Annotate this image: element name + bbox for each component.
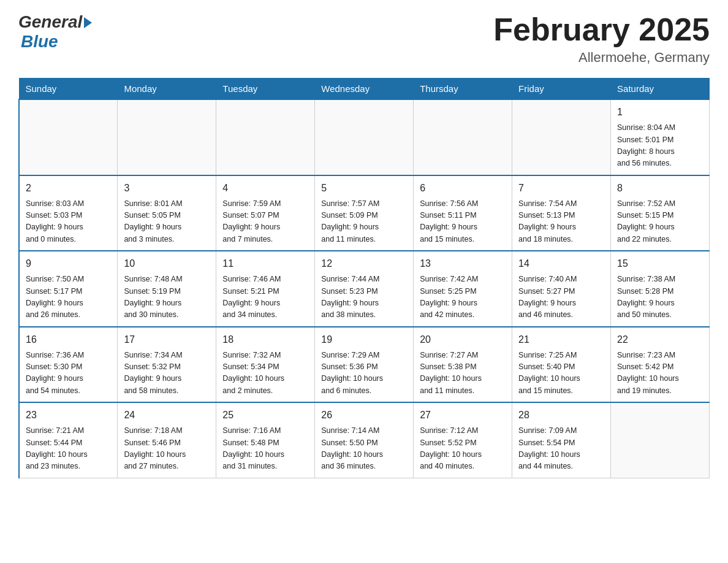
day-info: Sunrise: 7:23 AM Sunset: 5:42 PM Dayligh… [617, 350, 703, 397]
day-info: Sunrise: 7:38 AM Sunset: 5:28 PM Dayligh… [617, 274, 703, 321]
calendar-cell: 22Sunrise: 7:23 AM Sunset: 5:42 PM Dayli… [611, 327, 710, 403]
day-number: 11 [222, 256, 308, 271]
day-number: 25 [222, 408, 308, 423]
calendar-cell [216, 99, 315, 175]
calendar-cell: 6Sunrise: 7:56 AM Sunset: 5:11 PM Daylig… [414, 175, 512, 251]
calendar-body: 1Sunrise: 8:04 AM Sunset: 5:01 PM Daylig… [19, 99, 710, 478]
calendar-cell: 28Sunrise: 7:09 AM Sunset: 5:54 PM Dayli… [512, 402, 611, 478]
calendar-header: Sunday Monday Tuesday Wednesday Thursday… [19, 79, 710, 100]
day-number: 4 [222, 181, 308, 196]
day-info: Sunrise: 7:27 AM Sunset: 5:38 PM Dayligh… [420, 350, 506, 397]
day-info: Sunrise: 7:14 AM Sunset: 5:50 PM Dayligh… [321, 425, 407, 473]
day-info: Sunrise: 7:32 AM Sunset: 5:34 PM Dayligh… [222, 350, 308, 397]
day-number: 9 [26, 256, 111, 271]
calendar-week-1: 1Sunrise: 8:04 AM Sunset: 5:01 PM Daylig… [19, 99, 710, 175]
day-number: 24 [124, 408, 210, 423]
day-number: 7 [518, 181, 604, 196]
logo-arrow-icon [84, 17, 92, 28]
day-number: 5 [321, 181, 407, 196]
calendar-week-4: 16Sunrise: 7:36 AM Sunset: 5:30 PM Dayli… [19, 327, 710, 403]
day-number: 1 [617, 105, 703, 120]
day-info: Sunrise: 7:56 AM Sunset: 5:11 PM Dayligh… [420, 198, 506, 246]
calendar-cell: 11Sunrise: 7:46 AM Sunset: 5:21 PM Dayli… [216, 251, 315, 327]
col-monday: Monday [118, 79, 216, 100]
day-info: Sunrise: 7:44 AM Sunset: 5:23 PM Dayligh… [321, 274, 407, 321]
day-number: 20 [420, 332, 506, 347]
day-info: Sunrise: 7:54 AM Sunset: 5:13 PM Dayligh… [518, 198, 604, 246]
day-number: 12 [321, 256, 407, 271]
day-number: 14 [518, 256, 604, 271]
calendar-cell: 5Sunrise: 7:57 AM Sunset: 5:09 PM Daylig… [315, 175, 414, 251]
day-number: 26 [321, 408, 407, 423]
calendar-cell: 25Sunrise: 7:16 AM Sunset: 5:48 PM Dayli… [216, 402, 315, 478]
logo-general-text: General [18, 12, 82, 32]
header-row: Sunday Monday Tuesday Wednesday Thursday… [19, 79, 710, 100]
calendar-cell [414, 99, 512, 175]
day-number: 22 [617, 332, 703, 347]
day-info: Sunrise: 7:25 AM Sunset: 5:40 PM Dayligh… [518, 350, 604, 397]
calendar-cell: 12Sunrise: 7:44 AM Sunset: 5:23 PM Dayli… [315, 251, 414, 327]
logo: General Blue [18, 12, 92, 52]
calendar-cell: 26Sunrise: 7:14 AM Sunset: 5:50 PM Dayli… [315, 402, 414, 478]
calendar-cell: 3Sunrise: 8:01 AM Sunset: 5:05 PM Daylig… [118, 175, 216, 251]
day-info: Sunrise: 7:52 AM Sunset: 5:15 PM Dayligh… [617, 198, 703, 246]
logo-blue-text: Blue [21, 32, 58, 51]
col-saturday: Saturday [611, 79, 710, 100]
day-number: 27 [420, 408, 506, 423]
day-info: Sunrise: 7:18 AM Sunset: 5:46 PM Dayligh… [124, 425, 210, 473]
page-location: Allermoehe, Germany [493, 50, 710, 66]
day-info: Sunrise: 7:48 AM Sunset: 5:19 PM Dayligh… [124, 274, 210, 321]
calendar-cell: 21Sunrise: 7:25 AM Sunset: 5:40 PM Dayli… [512, 327, 611, 403]
calendar-cell: 16Sunrise: 7:36 AM Sunset: 5:30 PM Dayli… [19, 327, 118, 403]
calendar-week-2: 2Sunrise: 8:03 AM Sunset: 5:03 PM Daylig… [19, 175, 710, 251]
calendar-cell [512, 99, 611, 175]
col-tuesday: Tuesday [216, 79, 315, 100]
calendar-cell: 4Sunrise: 7:59 AM Sunset: 5:07 PM Daylig… [216, 175, 315, 251]
calendar-cell: 1Sunrise: 8:04 AM Sunset: 5:01 PM Daylig… [611, 99, 710, 175]
calendar-cell: 13Sunrise: 7:42 AM Sunset: 5:25 PM Dayli… [414, 251, 512, 327]
day-info: Sunrise: 7:12 AM Sunset: 5:52 PM Dayligh… [420, 425, 506, 473]
col-sunday: Sunday [19, 79, 118, 100]
day-info: Sunrise: 8:01 AM Sunset: 5:05 PM Dayligh… [124, 198, 210, 246]
day-info: Sunrise: 7:57 AM Sunset: 5:09 PM Dayligh… [321, 198, 407, 246]
day-number: 10 [124, 256, 210, 271]
calendar-cell [19, 99, 118, 175]
day-number: 21 [518, 332, 604, 347]
day-number: 23 [26, 408, 111, 423]
calendar-week-5: 23Sunrise: 7:21 AM Sunset: 5:44 PM Dayli… [19, 402, 710, 478]
calendar-cell [611, 402, 710, 478]
day-number: 3 [124, 181, 210, 196]
calendar-cell: 18Sunrise: 7:32 AM Sunset: 5:34 PM Dayli… [216, 327, 315, 403]
calendar-cell: 15Sunrise: 7:38 AM Sunset: 5:28 PM Dayli… [611, 251, 710, 327]
col-wednesday: Wednesday [315, 79, 414, 100]
day-info: Sunrise: 7:09 AM Sunset: 5:54 PM Dayligh… [518, 425, 604, 473]
calendar-cell: 19Sunrise: 7:29 AM Sunset: 5:36 PM Dayli… [315, 327, 414, 403]
day-info: Sunrise: 8:04 AM Sunset: 5:01 PM Dayligh… [617, 122, 703, 170]
day-info: Sunrise: 7:34 AM Sunset: 5:32 PM Dayligh… [124, 350, 210, 397]
calendar-cell: 9Sunrise: 7:50 AM Sunset: 5:17 PM Daylig… [19, 251, 118, 327]
day-info: Sunrise: 7:21 AM Sunset: 5:44 PM Dayligh… [26, 425, 111, 473]
calendar-cell: 10Sunrise: 7:48 AM Sunset: 5:19 PM Dayli… [118, 251, 216, 327]
col-thursday: Thursday [414, 79, 512, 100]
day-number: 19 [321, 332, 407, 347]
day-number: 16 [26, 332, 111, 347]
calendar-cell [315, 99, 414, 175]
day-info: Sunrise: 7:36 AM Sunset: 5:30 PM Dayligh… [26, 350, 111, 397]
day-number: 6 [420, 181, 506, 196]
calendar-cell: 24Sunrise: 7:18 AM Sunset: 5:46 PM Dayli… [118, 402, 216, 478]
day-info: Sunrise: 7:42 AM Sunset: 5:25 PM Dayligh… [420, 274, 506, 321]
calendar-week-3: 9Sunrise: 7:50 AM Sunset: 5:17 PM Daylig… [19, 251, 710, 327]
page-title: February 2025 [493, 12, 710, 47]
day-info: Sunrise: 7:59 AM Sunset: 5:07 PM Dayligh… [222, 198, 308, 246]
day-number: 28 [518, 408, 604, 423]
calendar-cell: 2Sunrise: 8:03 AM Sunset: 5:03 PM Daylig… [19, 175, 118, 251]
calendar-cell: 7Sunrise: 7:54 AM Sunset: 5:13 PM Daylig… [512, 175, 611, 251]
day-info: Sunrise: 7:50 AM Sunset: 5:17 PM Dayligh… [26, 274, 111, 321]
page-header: General Blue February 2025 Allermoehe, G… [18, 12, 710, 66]
day-number: 17 [124, 332, 210, 347]
day-number: 2 [26, 181, 111, 196]
calendar-cell [118, 99, 216, 175]
calendar-cell: 27Sunrise: 7:12 AM Sunset: 5:52 PM Dayli… [414, 402, 512, 478]
calendar-cell: 20Sunrise: 7:27 AM Sunset: 5:38 PM Dayli… [414, 327, 512, 403]
day-info: Sunrise: 7:29 AM Sunset: 5:36 PM Dayligh… [321, 350, 407, 397]
